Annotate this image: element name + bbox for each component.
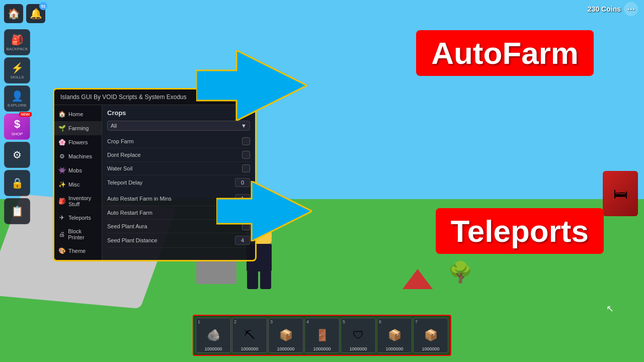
nav-teleports-label: Teleports bbox=[68, 215, 91, 221]
top-bar: 230 Coins ⋯ bbox=[0, 0, 644, 18]
nav-farming-label: Farming bbox=[68, 125, 89, 131]
slot-5-num: 5 bbox=[343, 319, 345, 324]
slot-2-icon: ⛏ bbox=[244, 324, 255, 346]
sidebar-shop[interactable]: $ SHOP NEW! bbox=[4, 114, 30, 140]
crop-select-row: All ▼ bbox=[107, 121, 250, 131]
nav-home[interactable]: 🏠 Home bbox=[54, 107, 102, 121]
slot-1-count: 1000000 bbox=[204, 346, 222, 351]
nav-home-label: Home bbox=[68, 111, 83, 117]
blue-arrow-2 bbox=[216, 181, 312, 241]
nav-misc-label: Misc bbox=[68, 182, 80, 188]
svg-marker-0 bbox=[196, 50, 307, 121]
explore-icon: 👤 bbox=[11, 90, 24, 102]
nav-blockprinter[interactable]: 🖨 Block Printer bbox=[54, 225, 102, 244]
backpack-label: BACKPACK bbox=[7, 47, 28, 51]
autofarm-label: AutoFarm bbox=[416, 30, 594, 76]
slot-3-count: 1000000 bbox=[277, 346, 294, 351]
slot-6-num: 6 bbox=[379, 319, 381, 324]
nav-mobs[interactable]: 👾 Mobs bbox=[54, 163, 102, 177]
backpack-icon: 🎒 bbox=[11, 34, 24, 46]
settings-icon: ⚙ bbox=[13, 149, 22, 161]
teleports-nav-icon: ✈ bbox=[58, 214, 65, 221]
blockprinter-nav-icon: 🖨 bbox=[58, 231, 65, 238]
blue-arrow-1 bbox=[196, 50, 307, 121]
theme-nav-icon: 🎨 bbox=[58, 247, 65, 254]
misc-nav-icon: ✨ bbox=[58, 181, 65, 188]
inventory-nav-icon: 🎒 bbox=[58, 198, 65, 205]
mouse-cursor: ↖ bbox=[606, 303, 614, 314]
inv-slot-2[interactable]: 2 ⛏ 1000000 bbox=[232, 318, 267, 353]
mobs-nav-icon: 👾 bbox=[58, 167, 65, 174]
journal-icon: 📋 bbox=[11, 205, 24, 217]
inv-slot-7[interactable]: 7 📦 1000000 bbox=[413, 318, 448, 353]
nav-flowers-label: Flowers bbox=[68, 139, 88, 145]
nav-machines[interactable]: ⚙ Machines bbox=[54, 149, 102, 163]
slot-5-icon: 🛡 bbox=[353, 324, 364, 346]
nav-flowers[interactable]: 🌸 Flowers bbox=[54, 135, 102, 149]
dropdown-arrow: ▼ bbox=[241, 123, 247, 129]
teleport-delay-label: Teleport Delay bbox=[107, 179, 142, 186]
water-soil-toggle[interactable] bbox=[242, 164, 250, 172]
sidebar-backpack[interactable]: 🎒 BACKPACK bbox=[4, 29, 30, 55]
nav-inventory[interactable]: 🎒 Inventory Stuff bbox=[54, 192, 102, 211]
inventory-bar: 1 🪨 1000000 2 ⛏ 1000000 3 📦 1000000 4 🚪 … bbox=[193, 315, 451, 356]
slot-4-icon: 🚪 bbox=[315, 324, 329, 346]
machines-nav-icon: ⚙ bbox=[58, 153, 65, 160]
product-card-icon: 🛏 bbox=[603, 171, 638, 216]
inv-slot-6[interactable]: 6 📦 1000000 bbox=[377, 318, 412, 353]
lock-icon: 🔒 bbox=[11, 177, 24, 189]
skills-label: SKILLS bbox=[10, 75, 24, 79]
dont-replace-label: Dont Replace bbox=[107, 152, 141, 158]
shop-icon: $ bbox=[14, 118, 20, 131]
slot-1-num: 1 bbox=[198, 319, 200, 324]
slot-6-icon: 📦 bbox=[388, 324, 401, 346]
coins-display: 230 Coins ⋯ bbox=[588, 2, 638, 16]
shop-label: SHOP bbox=[12, 132, 23, 136]
sidebar-explore[interactable]: 👤 EXPLORE bbox=[4, 85, 30, 112]
crop-farm-row: Crop Farm bbox=[107, 135, 250, 148]
auto-restart-mins-label: Auto Restart Farm in Mins bbox=[107, 196, 172, 202]
seed-plant-distance-label: Seed Plant Distance bbox=[107, 237, 157, 243]
nav-teleports[interactable]: ✈ Teleports bbox=[54, 211, 102, 225]
char-leg-left bbox=[247, 272, 258, 289]
slot-3-num: 3 bbox=[270, 319, 273, 324]
left-sidebar: 🎒 BACKPACK ⚡ SKILLS 👤 EXPLORE $ SHOP NEW… bbox=[0, 25, 34, 228]
explore-label: EXPLORE bbox=[8, 103, 27, 108]
crop-dropdown[interactable]: All ▼ bbox=[107, 121, 250, 131]
water-soil-label: Water Soil bbox=[107, 165, 132, 171]
notification-btn[interactable]: 🔔 51 bbox=[26, 4, 45, 23]
inv-slot-3[interactable]: 3 📦 1000000 bbox=[268, 318, 303, 353]
more-button[interactable]: ⋯ bbox=[624, 2, 638, 16]
home-nav-icon: 🏠 bbox=[58, 111, 65, 118]
product-card[interactable]: 🛏 bbox=[603, 171, 638, 216]
slot-7-icon: 📦 bbox=[424, 324, 438, 346]
nav-inventory-label: Inventory Stuff bbox=[68, 195, 98, 207]
dropdown-value: All bbox=[111, 123, 117, 129]
slot-2-num: 2 bbox=[234, 319, 236, 324]
inv-slot-4[interactable]: 4 🚪 1000000 bbox=[304, 318, 340, 353]
nav-farming[interactable]: 🌱 Farming bbox=[54, 121, 102, 135]
slot-4-num: 4 bbox=[306, 319, 309, 324]
crop-farm-toggle[interactable] bbox=[242, 137, 250, 145]
slot-6-count: 1000000 bbox=[385, 346, 403, 351]
nav-blockprinter-label: Block Printer bbox=[68, 228, 98, 240]
dont-replace-toggle[interactable] bbox=[242, 151, 250, 159]
farming-nav-icon: 🌱 bbox=[58, 125, 65, 132]
inv-slot-5[interactable]: 5 🛡 1000000 bbox=[341, 318, 376, 353]
inv-slot-1[interactable]: 1 🪨 1000000 bbox=[196, 318, 231, 353]
home-icon-btn[interactable]: 🏠 bbox=[4, 4, 23, 23]
slot-7-num: 7 bbox=[415, 319, 418, 324]
nav-machines-label: Machines bbox=[68, 153, 92, 159]
slot-7-count: 1000000 bbox=[422, 346, 439, 351]
nav-misc[interactable]: ✨ Misc bbox=[54, 177, 102, 192]
slot-1-icon: 🪨 bbox=[207, 324, 220, 346]
notif-badge: 51 bbox=[39, 2, 47, 10]
new-badge: NEW! bbox=[19, 112, 32, 117]
sidebar-skills[interactable]: ⚡ SKILLS bbox=[4, 57, 30, 83]
auto-restart-farm-label: Auto Restart Farm bbox=[107, 210, 152, 216]
sidebar-journal[interactable]: 📋 bbox=[4, 198, 30, 224]
nav-theme[interactable]: 🎨 Theme bbox=[54, 244, 102, 258]
sidebar-lock[interactable]: 🔒 bbox=[4, 170, 30, 196]
char-legs bbox=[247, 272, 271, 289]
sidebar-settings[interactable]: ⚙ bbox=[4, 142, 30, 168]
